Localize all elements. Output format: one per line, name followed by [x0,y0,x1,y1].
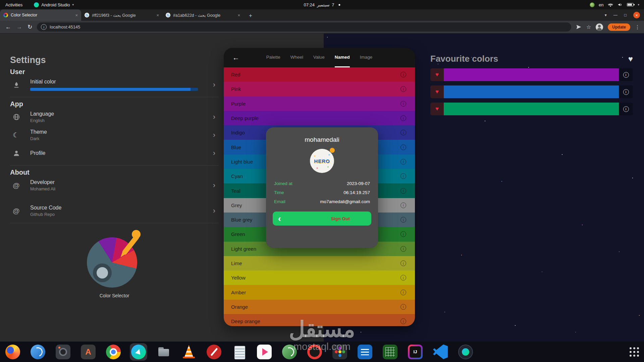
color-row-red[interactable]: Redi [224,67,415,82]
info-icon[interactable]: i [400,231,406,237]
maximize-button[interactable]: □ [624,13,627,17]
language-indicator[interactable]: en [599,2,603,7]
color-row-pink[interactable]: Pinki [224,82,415,96]
new-tab-button[interactable]: + [246,11,256,21]
bookmark-star-icon[interactable]: ☆ [586,24,591,30]
intellij-icon[interactable]: IJ [407,343,424,361]
color-row-orange[interactable]: Orangei [224,300,415,314]
tab-value[interactable]: Value [313,48,325,67]
settings-item-profile[interactable]: Profile › [10,144,219,162]
android-studio-icon[interactable] [130,343,147,361]
settings-item-initial-color[interactable]: Initial color › [10,76,219,94]
close-window-button[interactable]: × [633,12,640,18]
info-icon[interactable]: i [400,86,406,92]
info-icon[interactable]: i [400,202,406,208]
info-icon[interactable]: i [400,246,406,252]
clock[interactable]: 07:24 سبتمبر 7 [304,2,340,7]
app-grid-icon[interactable] [633,351,635,353]
info-icon[interactable]: i [400,275,406,281]
color-row-yellow[interactable]: Yellowi [224,270,415,285]
favourite-row-purple[interactable]: ♥ i [430,68,633,81]
files-icon[interactable] [155,343,172,361]
settings-item-source-code[interactable]: @ Source Code Github Repo › [10,202,219,220]
pen-tool-icon[interactable] [205,343,223,361]
vscode-icon[interactable] [432,343,449,361]
green-globe-icon[interactable] [281,343,298,361]
browser-menu-icon[interactable]: ⋮ [635,24,640,30]
color-row-purple[interactable]: Purplei [224,97,415,111]
heart-icon[interactable]: ♥ [430,85,444,98]
info-icon[interactable]: i [400,260,406,266]
site-info-icon[interactable]: i [41,24,47,30]
favourite-row-green[interactable]: ♥ i [430,103,633,115]
heart-icon[interactable]: ♥ [628,54,633,64]
tray-app-icon[interactable] [590,2,595,7]
favourite-color-bar [444,85,619,98]
terminal-icon[interactable] [356,343,374,361]
app-menu-label: Android Studio [41,2,70,7]
settings-item-theme[interactable]: ☾ Theme Dark › [10,126,219,144]
document-icon[interactable] [230,343,248,361]
address-bar[interactable]: i localhost:45145 [37,22,571,32]
firefox-icon[interactable] [4,343,21,361]
info-icon[interactable]: i [400,144,406,150]
tab-color-selector[interactable]: Color Selector × [0,9,81,21]
tab-google-search-1[interactable]: G #ff2196f3 - بحث Google × [81,9,162,21]
forward-button[interactable]: → [16,24,22,31]
info-icon[interactable]: i [400,217,406,223]
tab-close-icon[interactable]: × [75,13,78,18]
heart-icon[interactable]: ♥ [430,68,444,81]
info-icon[interactable]: i [400,173,406,179]
favourite-row-blue[interactable]: ♥ i [430,85,633,98]
tab-google-search-2[interactable]: G #a1ab622d - بحث Google × [162,9,244,21]
tab-close-icon[interactable]: × [237,13,240,18]
app-menu[interactable]: Android Studio ▾ [34,2,74,7]
sign-out-button[interactable]: ‹ Sign Out [273,212,371,226]
tab-close-icon[interactable]: × [156,13,159,18]
tab-named[interactable]: Named [335,48,350,67]
info-icon[interactable]: i [619,68,633,81]
activities-button[interactable]: Activities [5,2,22,7]
ubuntu-software-icon[interactable]: A [79,343,97,361]
color-row-deep-purple[interactable]: Deep purplei [224,111,415,125]
color-row-lime[interactable]: Limei [224,256,415,270]
info-icon[interactable]: i [400,101,406,107]
color-row-amber[interactable]: Amberi [224,285,415,299]
tab-wheel[interactable]: Wheel [290,48,303,67]
info-icon[interactable]: i [619,103,633,115]
android-emulator-icon[interactable] [457,343,474,361]
heart-icon[interactable]: ♥ [430,103,444,115]
back-arrow-icon[interactable]: ← [232,54,239,62]
system-tray[interactable]: en ▾ [590,2,639,7]
opera-icon[interactable] [306,343,323,361]
minimize-button[interactable]: — [613,13,618,17]
vlc-icon[interactable] [180,343,198,361]
web-browser-icon[interactable] [29,343,47,361]
info-icon[interactable]: i [400,159,406,165]
info-icon[interactable]: i [400,72,406,77]
tab-palette[interactable]: Palette [266,48,280,67]
settings-item-language[interactable]: Language English › [10,108,219,126]
color-row-deep-orange[interactable]: Deep orangei [224,314,415,326]
spreadsheet-icon[interactable] [381,343,399,361]
profile-avatar[interactable] [596,23,603,31]
send-icon[interactable] [576,24,582,30]
tab-search-icon[interactable]: ▾ [605,13,607,17]
chrome-icon[interactable] [105,343,122,361]
video-player-icon[interactable] [256,343,273,361]
photos-icon[interactable] [331,343,348,361]
camera-icon[interactable] [54,343,72,361]
info-icon[interactable]: i [400,318,406,324]
info-icon[interactable]: i [400,304,406,310]
info-icon[interactable]: i [400,290,406,295]
info-icon[interactable]: i [400,130,406,135]
info-icon[interactable]: i [400,188,406,194]
starfield-decoration [327,37,328,38]
reload-button[interactable]: ↻ [28,23,32,31]
settings-item-developer[interactable]: @ Developer Mohamed Ali › [10,176,219,194]
tab-image[interactable]: Image [360,48,373,67]
update-button[interactable]: Update [608,23,630,31]
info-icon[interactable]: i [619,85,633,98]
info-icon[interactable]: i [400,115,406,121]
back-button[interactable]: ← [5,24,11,31]
